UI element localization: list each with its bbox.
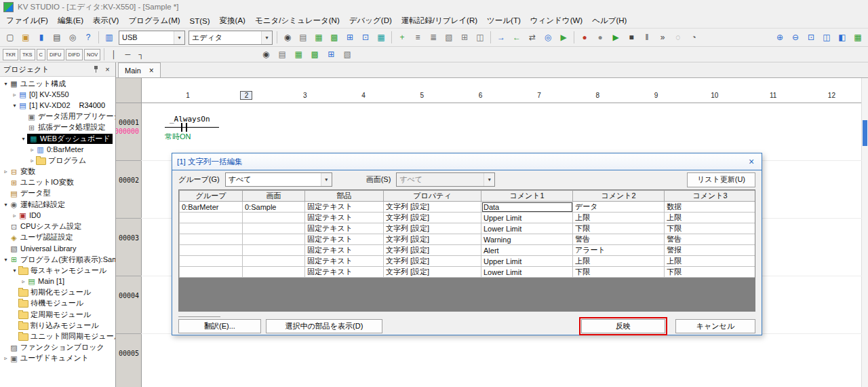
table-cell[interactable]: データ: [573, 202, 665, 213]
fb-edit-icon[interactable]: ⊞: [457, 30, 472, 45]
menu-item[interactable]: ツール(T): [482, 14, 526, 27]
table-cell[interactable]: 下限: [573, 267, 665, 278]
table-cell[interactable]: Upper Limit: [481, 213, 573, 223]
refresh-list-button[interactable]: リスト更新(U): [687, 172, 755, 187]
column-number[interactable]: 9: [651, 92, 662, 99]
table-cell[interactable]: [180, 223, 243, 234]
save-project-icon[interactable]: ▮: [34, 30, 49, 45]
table-cell[interactable]: 文字列 [設定]: [384, 202, 481, 213]
table-cell[interactable]: 下限: [573, 223, 665, 234]
table-cell[interactable]: Lower Limit: [481, 267, 573, 278]
table-cell[interactable]: [180, 256, 243, 267]
editor-mode-combo[interactable]: エディタ▾: [189, 31, 273, 45]
grid-edit-icon[interactable]: ⊞: [323, 47, 338, 62]
tree-item[interactable]: ▾▤[1] KV-XD02R34000: [0, 100, 115, 111]
new-project-icon[interactable]: ▢: [3, 30, 18, 45]
table-column-header[interactable]: 部品: [305, 191, 384, 202]
table-column-header[interactable]: コメント3: [665, 191, 756, 202]
column-number[interactable]: 3: [300, 92, 311, 99]
table-cell[interactable]: Warning: [481, 234, 573, 245]
tree-expander-icon[interactable]: ▾: [11, 103, 18, 109]
screen-capture-icon[interactable]: ▤: [275, 47, 290, 62]
menu-item[interactable]: 表示(V): [88, 14, 123, 27]
record-stop-icon[interactable]: ●: [593, 30, 608, 45]
menu-item[interactable]: プログラム(M): [123, 14, 184, 27]
table-cell[interactable]: 固定テキスト: [305, 223, 384, 234]
menu-item[interactable]: 変換(A): [215, 14, 250, 27]
tree-item[interactable]: 待機モジュール: [0, 298, 115, 309]
macro-edit-icon[interactable]: ◫: [473, 30, 488, 45]
table-cell[interactable]: Data: [481, 202, 573, 213]
vertical-line-tool-icon[interactable]: │: [108, 49, 120, 60]
table-column-header[interactable]: コメント2: [573, 191, 665, 202]
table-column-header[interactable]: コメント1: [481, 191, 573, 202]
ladder-edit-icon[interactable]: +: [395, 30, 410, 45]
table-cell[interactable]: Lower Limit: [481, 223, 573, 234]
table-cell[interactable]: 上限: [665, 213, 756, 223]
column-number[interactable]: 4: [358, 92, 369, 99]
table-cell[interactable]: 上限: [665, 256, 756, 267]
tree-expander-icon[interactable]: ▹: [2, 355, 9, 361]
tree-item[interactable]: ▾⊞プログラム(実行順表示):Samp: [0, 254, 115, 265]
contact-device-label[interactable]: _AlwaysOn: [170, 115, 210, 124]
simulator-icon[interactable]: ▶: [556, 30, 571, 45]
dialog-close-icon[interactable]: ×: [746, 156, 757, 167]
tree-expander-icon[interactable]: ▹: [11, 213, 18, 219]
tree-expander-icon[interactable]: ▾: [2, 257, 9, 263]
rung-number[interactable]: 00003: [119, 234, 139, 242]
zoom-out-icon[interactable]: ⊖: [788, 30, 803, 45]
tree-expander-icon[interactable]: ▹: [20, 278, 27, 284]
split-view-icon[interactable]: ◧: [835, 30, 850, 45]
tree-expander-icon[interactable]: ▾: [2, 202, 9, 208]
table-cell[interactable]: 固定テキスト: [305, 267, 384, 278]
tree-item[interactable]: ▧Universal Library: [0, 243, 115, 254]
instruction-list-icon[interactable]: ≡: [410, 30, 425, 45]
verify-icon[interactable]: ⇄: [525, 30, 540, 45]
transfer-from-plc-icon[interactable]: ←: [509, 30, 524, 45]
rung-number[interactable]: 00005: [119, 350, 139, 358]
tree-item[interactable]: ◈ユーザ認証設定: [0, 232, 115, 243]
tree-item[interactable]: ▹▣ID0: [0, 210, 115, 221]
instruction-shortcut-button[interactable]: DIFU: [47, 49, 64, 60]
column-number[interactable]: 10: [709, 92, 720, 99]
menu-item[interactable]: 運転記録/リプレイ(R): [397, 14, 482, 27]
find-icon[interactable]: ◉: [280, 30, 295, 45]
horizontal-line-tool-icon[interactable]: ─: [121, 49, 134, 60]
find-binoculars-icon[interactable]: ◉: [258, 47, 273, 62]
tree-item[interactable]: ⊡CPUシステム設定: [0, 221, 115, 232]
table-cell[interactable]: [180, 213, 243, 223]
instruction-shortcut-button[interactable]: TKS: [20, 49, 35, 60]
unit-monitor-icon[interactable]: ⊞: [342, 30, 357, 45]
tree-item[interactable]: ▹⊟変数: [0, 166, 115, 177]
table-cell[interactable]: 文字列 [設定]: [384, 256, 481, 267]
group-filter-combo[interactable]: すべて ▾: [225, 172, 332, 187]
help-icon[interactable]: ?: [81, 30, 96, 45]
vertical-scrollbar[interactable]: [861, 78, 868, 387]
connection-combo[interactable]: USB▾: [119, 31, 185, 45]
tree-item[interactable]: ▹▤Main [1]: [0, 276, 115, 287]
open-project-icon[interactable]: ▣: [18, 30, 33, 45]
scrollbar-thumb[interactable]: [863, 120, 867, 146]
zoom-in-icon[interactable]: ⊕: [772, 30, 787, 45]
tree-item[interactable]: ▾毎スキャンモジュール: [0, 265, 115, 276]
tree-expander-icon[interactable]: ▹: [28, 147, 36, 153]
table-cell[interactable]: 数据: [665, 202, 756, 213]
instruction-shortcut-button[interactable]: NOV: [84, 49, 100, 60]
reset-icon[interactable]: ◌: [671, 30, 686, 45]
run-icon[interactable]: ▶: [608, 30, 623, 45]
comm-settings-icon[interactable]: ▥: [102, 30, 117, 45]
rung-number[interactable]: 00004: [119, 292, 139, 300]
monitor-mode-icon[interactable]: ◎: [540, 30, 555, 45]
tree-item[interactable]: ▤データ型: [0, 188, 115, 199]
table-cell[interactable]: 0:Sample: [243, 202, 305, 213]
tree-item[interactable]: ⊞ユニットIO変数: [0, 177, 115, 188]
delete-line-tool-icon[interactable]: ┐: [135, 49, 147, 60]
view-mode-icon[interactable]: ▤: [296, 30, 311, 45]
tree-expander-icon[interactable]: ▾: [11, 268, 18, 274]
table-cell[interactable]: 固定テキスト: [305, 256, 384, 267]
column-number[interactable]: 1: [182, 92, 193, 99]
table-cell[interactable]: 文字列 [設定]: [384, 223, 481, 234]
grid-view-icon[interactable]: ▦: [850, 30, 865, 45]
menu-item[interactable]: モニタ/シミュレータ(N): [250, 14, 344, 27]
table-cell[interactable]: 上限: [573, 213, 665, 223]
